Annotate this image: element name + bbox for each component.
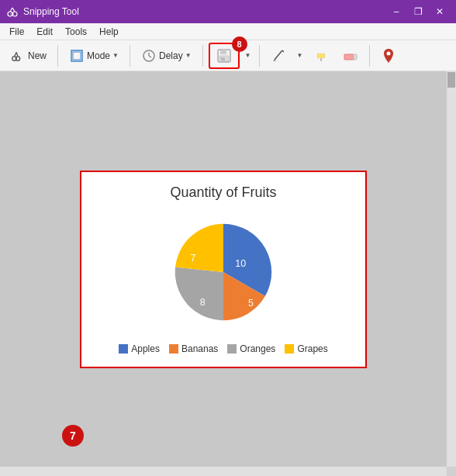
close-button[interactable]: ✕	[430, 4, 450, 19]
save-badge: 8	[232, 36, 247, 52]
new-label: New	[28, 50, 47, 61]
clock-icon	[141, 48, 157, 64]
legend-label-apples: Apples	[131, 343, 160, 354]
legend: Apples Bananas Oranges Grapes	[119, 343, 327, 354]
save-chevron-icon: ▼	[245, 52, 251, 59]
menu-edit[interactable]: Edit	[30, 25, 59, 39]
menu-bar: File Edit Tools Help	[0, 23, 456, 40]
eraser-button[interactable]	[337, 45, 364, 67]
separator-3	[202, 45, 203, 67]
toolbar: New Mode ▼ Delay ▼	[0, 40, 456, 71]
svg-point-25	[387, 51, 391, 55]
separator-2	[130, 45, 130, 67]
scissors-icon	[10, 48, 26, 64]
highlighter-button[interactable]	[308, 45, 334, 67]
legend-label-bananas: Bananas	[181, 343, 218, 354]
pen-button[interactable]	[265, 45, 292, 67]
pen-icon	[271, 48, 286, 64]
svg-rect-15	[220, 50, 226, 54]
restore-button[interactable]: ❐	[408, 4, 428, 19]
mode-icon	[69, 48, 85, 64]
minimize-button[interactable]: –	[386, 4, 406, 19]
eraser-icon	[343, 48, 358, 64]
pen-dropdown-button[interactable]: ▼	[295, 49, 306, 62]
legend-color-apples	[119, 344, 128, 354]
svg-rect-17	[221, 57, 225, 60]
scrollbar-vertical-thumb[interactable]	[447, 72, 455, 88]
window-title: Snipping Tool	[23, 6, 386, 17]
svg-rect-24	[354, 54, 357, 60]
delay-button[interactable]: Delay ▼	[136, 45, 197, 67]
legend-item-bananas: Bananas	[169, 343, 218, 354]
pie-chart: 10 5 8 7	[154, 210, 293, 334]
snip-frame: Quantity of Fruits	[80, 171, 367, 368]
save-dropdown-button[interactable]: ▼	[243, 49, 254, 62]
pin-icon	[381, 48, 396, 64]
svg-line-2	[10, 8, 12, 12]
legend-color-grapes	[285, 344, 294, 354]
menu-file[interactable]: File	[3, 25, 30, 39]
legend-item-oranges: Oranges	[227, 343, 275, 354]
legend-color-bananas	[169, 344, 178, 354]
svg-line-20	[282, 50, 284, 52]
svg-rect-10	[73, 52, 81, 60]
slice-oranges	[175, 267, 223, 320]
save-icon	[216, 48, 232, 64]
mode-button[interactable]: Mode ▼	[64, 45, 124, 67]
svg-line-3	[12, 8, 15, 12]
scrollbar-vertical[interactable]	[447, 71, 456, 467]
menu-help[interactable]: Help	[93, 25, 125, 39]
separator-5	[369, 45, 370, 67]
svg-line-13	[149, 56, 151, 57]
label-oranges: 8	[200, 296, 206, 307]
label-bananas: 5	[248, 298, 254, 309]
legend-label-oranges: Oranges	[240, 343, 275, 354]
new-button[interactable]: New	[5, 45, 52, 67]
chart-container: Quantity of Fruits	[94, 185, 353, 354]
pen-chevron-icon: ▼	[297, 52, 303, 59]
scrollbar-corner	[447, 467, 456, 476]
label-grapes: 7	[190, 252, 195, 263]
label-apples: 10	[235, 257, 246, 268]
main-content: Quantity of Fruits	[0, 71, 456, 476]
chart-title: Quantity of Fruits	[170, 185, 276, 201]
delay-dropdown-arrow: ▼	[185, 52, 192, 59]
pin-button[interactable]	[375, 45, 402, 67]
svg-rect-23	[344, 54, 354, 60]
slice-grapes	[175, 223, 223, 271]
scrollbar-horizontal[interactable]	[0, 467, 447, 476]
mode-dropdown-arrow: ▼	[112, 52, 119, 59]
separator-4	[259, 45, 260, 67]
svg-rect-21	[317, 53, 325, 58]
separator-1	[57, 45, 58, 67]
window-controls: – ❐ ✕	[386, 4, 450, 19]
title-bar: Snipping Tool – ❐ ✕	[0, 0, 456, 23]
canvas-area[interactable]: Quantity of Fruits	[0, 71, 447, 467]
app-icon	[6, 5, 19, 18]
svg-line-8	[16, 52, 18, 56]
highlighter-icon	[313, 48, 329, 64]
svg-marker-19	[273, 60, 276, 61]
delay-label: Delay	[159, 50, 183, 61]
menu-tools[interactable]: Tools	[59, 25, 93, 39]
svg-line-18	[275, 50, 282, 60]
mode-label: Mode	[87, 50, 110, 61]
legend-label-grapes: Grapes	[297, 343, 327, 354]
badge-7: 7	[62, 425, 84, 447]
save-button-wrapper: 8	[209, 43, 240, 69]
legend-item-apples: Apples	[119, 343, 160, 354]
legend-color-oranges	[227, 344, 237, 354]
legend-item-grapes: Grapes	[285, 343, 327, 354]
